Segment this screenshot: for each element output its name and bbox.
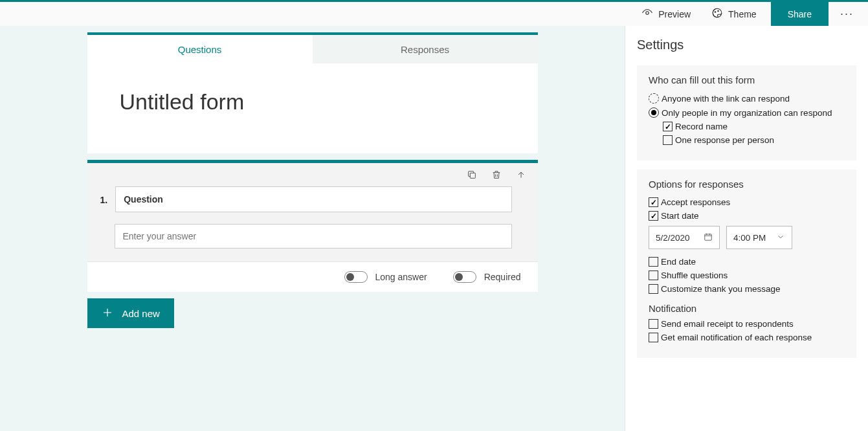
options-title: Options for responses bbox=[649, 179, 845, 190]
check-customize[interactable]: Customize thank you message bbox=[649, 284, 845, 294]
form-title[interactable]: Untitled form bbox=[120, 89, 506, 115]
who-title: Who can fill out this form bbox=[649, 74, 845, 85]
move-up-icon[interactable] bbox=[516, 170, 526, 182]
svg-rect-4 bbox=[470, 173, 475, 178]
notification-title: Notification bbox=[649, 303, 845, 314]
tab-responses-label: Responses bbox=[401, 44, 449, 55]
preview-label: Preview bbox=[658, 9, 691, 19]
one-response-label: One response per person bbox=[675, 135, 774, 145]
check-end-date[interactable]: End date bbox=[649, 257, 845, 267]
checkbox-icon bbox=[649, 333, 658, 342]
radio-anyone[interactable]: Anyone with the link can respond bbox=[649, 93, 845, 104]
add-new-button[interactable]: Add new bbox=[87, 298, 174, 328]
tab-questions-label: Questions bbox=[178, 44, 222, 55]
answer-input[interactable] bbox=[115, 224, 512, 249]
check-each-response[interactable]: Get email notification of each response bbox=[649, 333, 845, 342]
plus-icon bbox=[102, 307, 113, 320]
long-answer-label: Long answer bbox=[375, 272, 427, 282]
ellipsis-icon: ··· bbox=[840, 7, 854, 20]
preview-icon bbox=[641, 7, 653, 21]
check-receipt[interactable]: Send email receipt to respondents bbox=[649, 319, 845, 329]
radio-icon bbox=[649, 107, 659, 118]
check-record-name[interactable]: Record name bbox=[663, 122, 845, 131]
share-label: Share bbox=[788, 9, 812, 19]
checkbox-icon bbox=[649, 211, 658, 221]
svg-rect-5 bbox=[705, 234, 712, 239]
checkbox-icon bbox=[649, 271, 658, 280]
calendar-icon bbox=[704, 232, 713, 243]
theme-label: Theme bbox=[728, 9, 757, 19]
section-who: Who can fill out this form Anyone with t… bbox=[637, 65, 856, 160]
chevron-down-icon bbox=[776, 232, 785, 243]
more-button[interactable]: ··· bbox=[832, 7, 862, 21]
svg-point-0 bbox=[646, 12, 649, 15]
check-shuffle[interactable]: Shuffle questions bbox=[649, 271, 845, 280]
preview-button[interactable]: Preview bbox=[631, 1, 701, 27]
start-date-label: Start date bbox=[661, 211, 699, 221]
form-header-card: Untitled form bbox=[87, 63, 538, 153]
copy-icon[interactable] bbox=[467, 170, 477, 182]
required-toggle[interactable] bbox=[453, 271, 476, 283]
required-label: Required bbox=[484, 272, 521, 282]
check-start-date[interactable]: Start date bbox=[649, 211, 845, 221]
checkbox-icon bbox=[663, 135, 673, 145]
accept-label: Accept responses bbox=[661, 197, 730, 207]
share-button[interactable]: Share bbox=[771, 2, 829, 27]
question-footer: Long answer Required bbox=[87, 261, 538, 292]
radio-icon bbox=[649, 93, 659, 104]
check-accept[interactable]: Accept responses bbox=[649, 197, 845, 207]
question-title-input[interactable] bbox=[115, 186, 511, 212]
add-new-label: Add new bbox=[122, 308, 160, 319]
radio-org[interactable]: Only people in my organization can respo… bbox=[649, 107, 845, 118]
theme-button[interactable]: Theme bbox=[701, 1, 767, 27]
start-time-field[interactable]: 4:00 PM bbox=[726, 226, 792, 249]
long-answer-toggle[interactable] bbox=[344, 271, 368, 283]
radio-anyone-label: Anyone with the link can respond bbox=[662, 94, 790, 104]
checkbox-icon bbox=[649, 284, 658, 294]
top-bar: Preview Theme Share ··· bbox=[0, 0, 868, 26]
question-toolbar bbox=[87, 163, 538, 186]
each-response-label: Get email notification of each response bbox=[661, 333, 812, 342]
checkbox-icon bbox=[663, 122, 673, 131]
form-tabs: Questions Responses bbox=[87, 32, 538, 63]
checkbox-icon bbox=[649, 319, 658, 329]
checkbox-icon bbox=[649, 257, 658, 267]
tab-questions[interactable]: Questions bbox=[87, 35, 313, 63]
question-card: 1. Long answer Required bbox=[87, 160, 538, 292]
end-date-label: End date bbox=[661, 257, 696, 267]
shuffle-label: Shuffle questions bbox=[661, 271, 728, 280]
start-date-field[interactable]: 5/2/2020 bbox=[649, 226, 720, 249]
radio-org-label: Only people in my organization can respo… bbox=[662, 108, 832, 118]
start-time-value: 4:00 PM bbox=[733, 233, 766, 243]
svg-point-3 bbox=[718, 10, 719, 12]
settings-panel: Settings Who can fill out this form Anyo… bbox=[625, 26, 868, 431]
svg-point-2 bbox=[715, 12, 716, 13]
receipt-label: Send email receipt to respondents bbox=[661, 319, 794, 329]
checkbox-icon bbox=[649, 197, 658, 207]
question-number: 1. bbox=[100, 195, 108, 205]
trash-icon[interactable] bbox=[491, 170, 502, 182]
tab-responses[interactable]: Responses bbox=[313, 35, 538, 63]
theme-icon bbox=[711, 7, 723, 21]
customize-label: Customize thank you message bbox=[661, 284, 781, 294]
section-options: Options for responses Accept responses S… bbox=[637, 170, 856, 358]
start-date-value: 5/2/2020 bbox=[656, 233, 690, 243]
settings-heading: Settings bbox=[637, 38, 856, 52]
record-name-label: Record name bbox=[675, 122, 728, 131]
check-one-response[interactable]: One response per person bbox=[663, 135, 845, 145]
